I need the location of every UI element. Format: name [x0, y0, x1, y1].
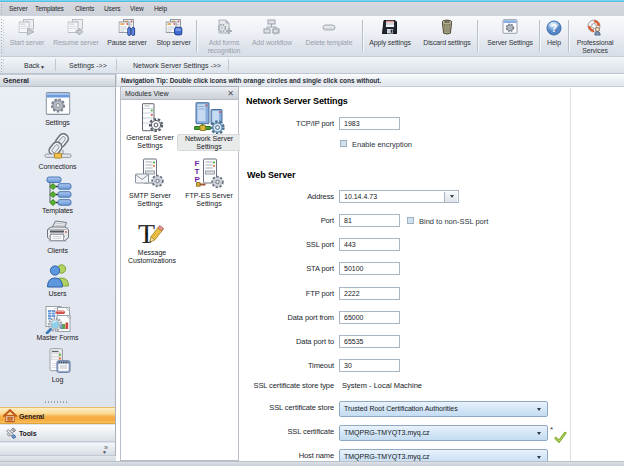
svg-text:?: ?	[551, 22, 557, 34]
svg-text:P: P	[195, 175, 201, 184]
svg-text:T: T	[138, 218, 155, 248]
